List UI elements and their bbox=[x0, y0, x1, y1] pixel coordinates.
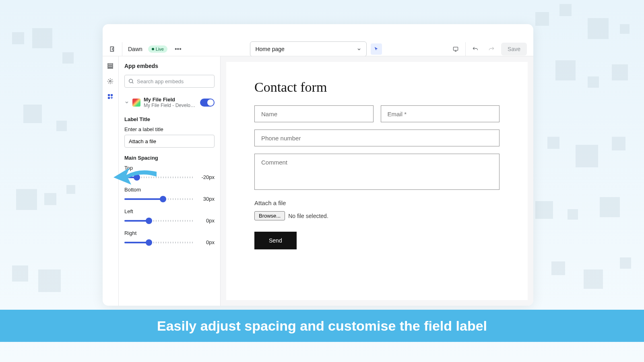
sections-icon[interactable] bbox=[107, 63, 114, 70]
topbar: Dawn Live ••• Home page Save bbox=[103, 24, 533, 56]
save-button[interactable]: Save bbox=[501, 43, 527, 56]
cursor-tool-icon[interactable] bbox=[371, 43, 382, 55]
slider-value: 0px bbox=[198, 218, 215, 224]
slider-label: Right bbox=[124, 230, 215, 236]
svg-rect-6 bbox=[111, 94, 113, 96]
browse-button[interactable]: Browse... bbox=[254, 211, 285, 220]
slider-label: Left bbox=[124, 208, 215, 214]
status-badge: Live bbox=[148, 45, 167, 53]
slider-track[interactable] bbox=[124, 242, 194, 243]
comment-field[interactable]: Comment bbox=[254, 154, 500, 190]
slider-right: Right 0px bbox=[124, 230, 215, 245]
svg-point-8 bbox=[129, 79, 133, 83]
preview-pane: Contact form Name Email * Phone number C… bbox=[221, 56, 533, 306]
divider bbox=[465, 42, 466, 56]
svg-rect-5 bbox=[108, 94, 110, 96]
canvas: Contact form Name Email * Phone number C… bbox=[226, 62, 528, 300]
email-field[interactable]: Email * bbox=[381, 105, 500, 122]
page-select[interactable]: Home page bbox=[250, 41, 367, 57]
caption-text: Easily adjust spacing and customise the … bbox=[157, 318, 487, 334]
search-icon bbox=[128, 78, 134, 84]
search-input[interactable] bbox=[124, 75, 215, 88]
attach-label: Attach a file bbox=[254, 200, 500, 206]
svg-rect-7 bbox=[108, 97, 110, 99]
form-title: Contact form bbox=[254, 80, 500, 95]
label-title-input[interactable] bbox=[124, 135, 215, 148]
no-file-text: No file selected. bbox=[288, 213, 328, 219]
label-title-label: Enter a label title bbox=[124, 126, 215, 132]
chevron-down-icon[interactable] bbox=[124, 99, 129, 106]
slider-value: -20px bbox=[198, 174, 215, 180]
svg-rect-2 bbox=[108, 66, 113, 67]
svg-rect-0 bbox=[453, 47, 458, 50]
slider-value: 30px bbox=[198, 196, 215, 202]
gear-icon[interactable] bbox=[107, 78, 114, 85]
caption-bar: Easily adjust spacing and customise the … bbox=[0, 310, 644, 342]
svg-rect-3 bbox=[108, 68, 113, 68]
more-icon[interactable]: ••• bbox=[173, 44, 183, 54]
slider-left: Left 0px bbox=[124, 208, 215, 224]
undo-icon[interactable] bbox=[469, 43, 482, 56]
app-subtitle: My File Field - Develop... bbox=[144, 103, 197, 108]
theme-name: Dawn bbox=[128, 46, 142, 52]
page-select-value: Home page bbox=[255, 46, 284, 52]
app-name: My File Field bbox=[144, 97, 197, 103]
send-button[interactable]: Send bbox=[254, 232, 297, 249]
svg-point-4 bbox=[109, 80, 111, 82]
sidebar-title: App embeds bbox=[124, 63, 215, 69]
exit-icon[interactable] bbox=[109, 45, 116, 53]
editor-window: Dawn Live ••• Home page Save bbox=[103, 24, 533, 306]
app-embed-item[interactable]: My File Field My File Field - Develop... bbox=[124, 94, 215, 111]
label-title-heading: Label Title bbox=[124, 116, 215, 122]
divider bbox=[122, 42, 122, 56]
svg-rect-1 bbox=[108, 64, 113, 65]
redo-icon[interactable] bbox=[485, 43, 498, 56]
desktop-icon[interactable] bbox=[449, 43, 462, 56]
chevron-down-icon bbox=[357, 47, 361, 51]
name-field[interactable]: Name bbox=[254, 105, 374, 122]
phone-field[interactable]: Phone number bbox=[254, 130, 500, 146]
slider-value: 0px bbox=[198, 239, 215, 245]
app-toggle[interactable] bbox=[200, 99, 215, 107]
app-icon bbox=[132, 99, 140, 107]
slider-track[interactable] bbox=[124, 198, 194, 200]
arrow-callout-icon bbox=[110, 160, 159, 192]
app-embeds-icon[interactable] bbox=[107, 93, 114, 101]
slider-track[interactable] bbox=[124, 220, 194, 222]
